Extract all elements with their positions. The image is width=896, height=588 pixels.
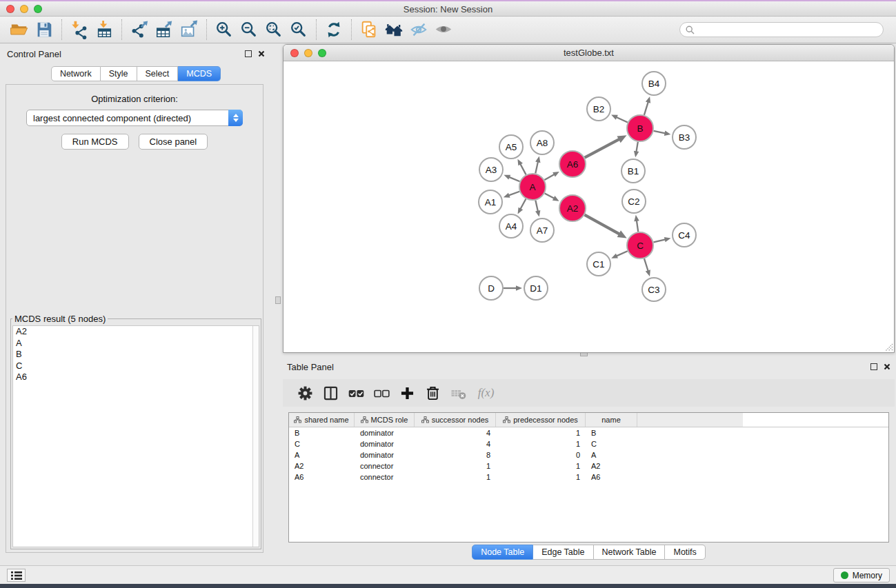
- column-header-mcds-role[interactable]: MCDS role: [355, 413, 415, 427]
- cell-successor-nodes: 1: [415, 473, 496, 481]
- zoom-out-button[interactable]: [237, 18, 261, 41]
- settings-button[interactable]: [292, 382, 318, 404]
- graph-edge-C-C3[interactable]: [644, 258, 648, 272]
- add-column-button[interactable]: [395, 382, 420, 404]
- tab-network[interactable]: Network: [51, 66, 101, 81]
- graph-edge-A-A4[interactable]: [520, 199, 526, 210]
- mcds-result-item[interactable]: A: [13, 338, 259, 349]
- search-input[interactable]: [698, 25, 877, 34]
- graph-edge-C-C1[interactable]: [616, 251, 628, 256]
- table-row[interactable]: Adominator80A: [289, 449, 888, 460]
- open-session-button[interactable]: [7, 18, 32, 41]
- search-box[interactable]: [679, 22, 884, 37]
- memory-button[interactable]: Memory: [833, 568, 890, 582]
- tab-edge-table[interactable]: Edge Table: [533, 545, 593, 560]
- graph-edge-arrowhead: [634, 151, 639, 157]
- deselect-all-button[interactable]: [369, 382, 395, 404]
- graph-edge-C-C4[interactable]: [653, 239, 666, 242]
- mcds-result-item[interactable]: B: [13, 349, 259, 361]
- mcds-result-group: MCDS result (5 nodes) A2ABCA6: [10, 314, 261, 549]
- column-header-filler: [637, 413, 743, 427]
- network-canvas[interactable]: AA1A2A3A4A5A6A7A8BB1B2B3B4CC1C2C3C4DD1: [283, 61, 894, 352]
- graph-node-label: C2: [628, 196, 639, 207]
- tab-node-table[interactable]: Node Table: [472, 545, 533, 560]
- tab-mcds[interactable]: MCDS: [178, 66, 221, 81]
- list-scrollbar[interactable]: [252, 326, 259, 547]
- import-table-button[interactable]: [92, 18, 117, 41]
- import-network-button[interactable]: [67, 18, 92, 41]
- graph-edge-A6-B[interactable]: [585, 139, 620, 157]
- split-view-button[interactable]: [318, 382, 344, 404]
- graph-edge-A-A3[interactable]: [508, 176, 520, 181]
- graph-edge-A-A7[interactable]: [535, 201, 538, 212]
- graph-edge-C-C2[interactable]: [637, 220, 638, 232]
- graph-edge-A2-C[interactable]: [585, 215, 621, 234]
- float-panel-icon[interactable]: [245, 50, 252, 57]
- table-row[interactable]: Bdominator41B: [289, 427, 888, 438]
- column-header-name[interactable]: name: [586, 413, 637, 427]
- graph-edge-A-A6[interactable]: [544, 174, 555, 180]
- delete-table-button[interactable]: [446, 382, 471, 404]
- cell-successor-nodes: 1: [415, 462, 496, 470]
- column-header-successor-nodes[interactable]: successor nodes: [415, 413, 496, 427]
- eye-icon: [434, 20, 453, 39]
- criterion-select[interactable]: largest connected component (directed): [26, 110, 243, 126]
- export-table-icon: [155, 20, 174, 39]
- close-panel-icon[interactable]: [258, 50, 265, 57]
- layout-button[interactable]: [381, 18, 406, 41]
- cell-predecessor-nodes: 1: [496, 462, 586, 470]
- unchecked-boxes-icon: [372, 384, 391, 403]
- export-network-button[interactable]: [127, 18, 152, 41]
- table-row[interactable]: A6connector11A6: [289, 472, 888, 483]
- export-image-button[interactable]: [177, 18, 201, 41]
- column-header-predecessor-nodes[interactable]: predecessor nodes: [496, 413, 586, 427]
- close-panel-icon[interactable]: [884, 363, 890, 370]
- function-builder-button[interactable]: f(x): [471, 382, 497, 404]
- tab-motifs[interactable]: Motifs: [665, 545, 705, 560]
- select-all-button[interactable]: [344, 382, 369, 404]
- export-table-button[interactable]: [152, 18, 177, 41]
- network-window-titlebar[interactable]: testGlobe.txt: [283, 45, 894, 61]
- graph-node-label: C: [637, 241, 644, 251]
- graph-edge-A-A2[interactable]: [545, 193, 555, 199]
- graph-node-label: A6: [567, 159, 579, 170]
- column-header-shared-name[interactable]: shared name: [289, 413, 355, 427]
- graph-edge-B-B2[interactable]: [615, 116, 627, 122]
- close-panel-button[interactable]: Close panel: [139, 134, 208, 150]
- mcds-result-item[interactable]: A6: [13, 372, 259, 383]
- graph-node-label: D1: [530, 283, 541, 294]
- float-panel-icon[interactable]: [870, 363, 877, 370]
- hide-selection-button[interactable]: [406, 18, 431, 41]
- tab-network-table[interactable]: Network Table: [594, 545, 666, 560]
- save-session-button[interactable]: [32, 18, 57, 41]
- graph-edge-arrowhead: [646, 270, 650, 276]
- task-history-button[interactable]: [7, 569, 26, 582]
- mcds-result-list[interactable]: A2ABCA6: [12, 325, 259, 547]
- tab-style[interactable]: Style: [101, 66, 137, 81]
- refresh-button[interactable]: [321, 18, 346, 41]
- memory-label: Memory: [853, 571, 882, 580]
- mcds-result-title: MCDS result (5 nodes): [12, 314, 108, 324]
- zoom-selected-button[interactable]: [286, 18, 311, 41]
- tab-select[interactable]: Select: [137, 66, 179, 81]
- graph-edge-A-A5[interactable]: [520, 163, 526, 175]
- graph-edge-B-B1[interactable]: [636, 142, 638, 153]
- graph-edge-B-B4[interactable]: [644, 101, 648, 115]
- cell-mcds-role: connector: [355, 462, 415, 470]
- show-all-button[interactable]: [431, 18, 456, 41]
- mcds-result-item[interactable]: C: [13, 361, 259, 372]
- mcds-result-item[interactable]: A2: [13, 326, 259, 338]
- table-row[interactable]: Cdominator41C: [289, 438, 888, 449]
- optimization-criterion-label: Optimization criterion:: [6, 94, 263, 104]
- run-mcds-button[interactable]: Run MCDS: [61, 134, 129, 150]
- zoom-in-button[interactable]: [212, 18, 237, 41]
- delete-column-button[interactable]: [420, 382, 446, 404]
- network-from-selection-button[interactable]: [357, 18, 381, 41]
- graph-edge-B-B3[interactable]: [654, 131, 666, 134]
- table-row[interactable]: A2connector11A2: [289, 460, 888, 472]
- graph-edge-A-A8[interactable]: [535, 161, 538, 173]
- resize-grip-icon[interactable]: [884, 343, 893, 352]
- vertical-splitter-grip[interactable]: [275, 296, 281, 304]
- zoom-fit-button[interactable]: [261, 18, 286, 41]
- graph-edge-A-A1[interactable]: [508, 192, 519, 196]
